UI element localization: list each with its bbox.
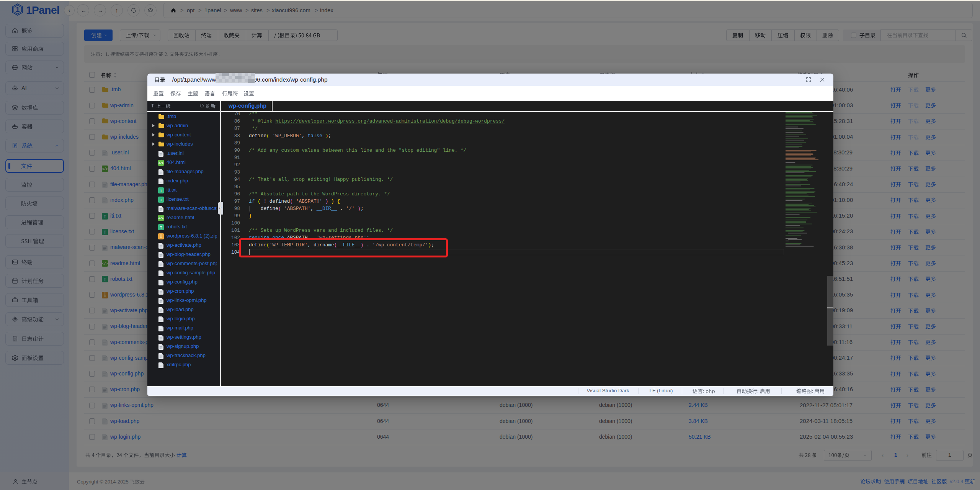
svg-text:T: T	[160, 189, 162, 193]
svg-text:T: T	[160, 226, 162, 229]
svg-text:T: T	[160, 198, 162, 202]
svg-text:</>: </>	[158, 216, 164, 220]
svg-text:</>: </>	[158, 161, 164, 165]
